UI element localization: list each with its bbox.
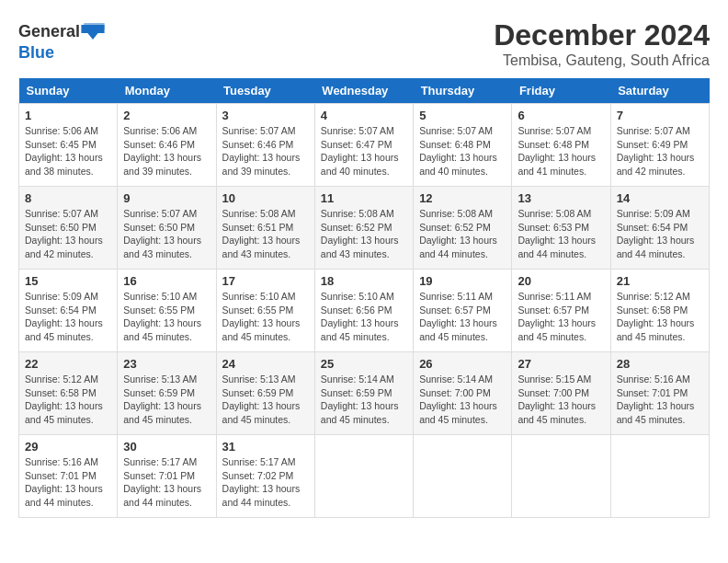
day-info: Sunrise: 5:07 AMSunset: 6:48 PMDaylight:… <box>419 125 497 177</box>
table-row: 1 Sunrise: 5:06 AMSunset: 6:45 PMDayligh… <box>19 104 118 187</box>
day-info: Sunrise: 5:08 AMSunset: 6:52 PMDaylight:… <box>321 208 399 259</box>
day-number: 1 <box>25 109 111 122</box>
calendar-table: Sunday Monday Tuesday Wednesday Thursday… <box>18 78 710 518</box>
day-info: Sunrise: 5:07 AMSunset: 6:50 PMDaylight:… <box>123 208 201 259</box>
table-row <box>314 435 413 518</box>
day-info: Sunrise: 5:07 AMSunset: 6:50 PMDaylight:… <box>25 208 103 259</box>
day-number: 25 <box>321 357 407 371</box>
table-row: 8 Sunrise: 5:07 AMSunset: 6:50 PMDayligh… <box>19 187 118 270</box>
day-number: 8 <box>25 191 111 205</box>
table-row: 29 Sunrise: 5:16 AMSunset: 7:01 PMDaylig… <box>19 435 118 518</box>
table-row: 27 Sunrise: 5:15 AMSunset: 7:00 PMDaylig… <box>512 352 610 435</box>
table-row: 10 Sunrise: 5:08 AMSunset: 6:51 PMDaylig… <box>216 187 314 270</box>
table-row: 7 Sunrise: 5:07 AMSunset: 6:49 PMDayligh… <box>610 104 709 187</box>
day-number: 21 <box>617 274 703 288</box>
table-row: 9 Sunrise: 5:07 AMSunset: 6:50 PMDayligh… <box>118 187 216 270</box>
header-friday: Friday <box>512 78 610 104</box>
table-row: 22 Sunrise: 5:12 AMSunset: 6:58 PMDaylig… <box>19 352 118 435</box>
table-row: 4 Sunrise: 5:07 AMSunset: 6:47 PMDayligh… <box>314 104 413 187</box>
day-info: Sunrise: 5:09 AMSunset: 6:54 PMDaylight:… <box>25 291 103 342</box>
day-info: Sunrise: 5:08 AMSunset: 6:53 PMDaylight:… <box>518 208 596 259</box>
table-row: 21 Sunrise: 5:12 AMSunset: 6:58 PMDaylig… <box>610 270 709 352</box>
day-number: 18 <box>321 274 407 288</box>
header-tuesday: Tuesday <box>216 78 314 104</box>
day-info: Sunrise: 5:16 AMSunset: 7:01 PMDaylight:… <box>617 373 695 425</box>
day-number: 31 <box>222 440 309 454</box>
table-row: 6 Sunrise: 5:07 AMSunset: 6:48 PMDayligh… <box>512 104 610 187</box>
calendar-week-row: 29 Sunrise: 5:16 AMSunset: 7:01 PMDaylig… <box>19 435 710 518</box>
table-row: 20 Sunrise: 5:11 AMSunset: 6:57 PMDaylig… <box>512 270 610 352</box>
logo: General Blue <box>18 18 106 61</box>
table-row <box>512 435 610 518</box>
day-number: 23 <box>123 357 210 371</box>
table-row: 26 Sunrise: 5:14 AMSunset: 7:00 PMDaylig… <box>414 352 512 435</box>
day-number: 27 <box>518 357 604 371</box>
day-number: 29 <box>25 440 111 454</box>
table-row: 5 Sunrise: 5:07 AMSunset: 6:48 PMDayligh… <box>414 104 512 187</box>
day-info: Sunrise: 5:12 AMSunset: 6:58 PMDaylight:… <box>617 291 695 342</box>
day-info: Sunrise: 5:13 AMSunset: 6:59 PMDaylight:… <box>222 373 301 425</box>
table-row: 16 Sunrise: 5:10 AMSunset: 6:55 PMDaylig… <box>118 270 216 352</box>
day-number: 30 <box>123 440 210 454</box>
day-info: Sunrise: 5:07 AMSunset: 6:49 PMDaylight:… <box>617 125 695 177</box>
table-row: 2 Sunrise: 5:06 AMSunset: 6:46 PMDayligh… <box>118 104 216 187</box>
day-number: 5 <box>419 109 506 122</box>
day-info: Sunrise: 5:07 AMSunset: 6:46 PMDaylight:… <box>222 125 301 177</box>
day-number: 7 <box>617 109 703 122</box>
header-wednesday: Wednesday <box>314 78 413 104</box>
day-number: 10 <box>222 191 309 205</box>
day-number: 28 <box>617 357 703 371</box>
day-info: Sunrise: 5:14 AMSunset: 7:00 PMDaylight:… <box>419 373 497 425</box>
day-info: Sunrise: 5:10 AMSunset: 6:56 PMDaylight:… <box>321 291 399 342</box>
table-row: 23 Sunrise: 5:13 AMSunset: 6:59 PMDaylig… <box>118 352 216 435</box>
table-row: 15 Sunrise: 5:09 AMSunset: 6:54 PMDaylig… <box>19 270 118 352</box>
table-row: 3 Sunrise: 5:07 AMSunset: 6:46 PMDayligh… <box>216 104 314 187</box>
day-info: Sunrise: 5:13 AMSunset: 6:59 PMDaylight:… <box>123 373 201 425</box>
table-row: 25 Sunrise: 5:14 AMSunset: 6:59 PMDaylig… <box>314 352 413 435</box>
day-number: 16 <box>123 274 210 288</box>
table-row: 12 Sunrise: 5:08 AMSunset: 6:52 PMDaylig… <box>414 187 512 270</box>
calendar-week-row: 15 Sunrise: 5:09 AMSunset: 6:54 PMDaylig… <box>19 270 710 352</box>
day-number: 17 <box>222 274 309 288</box>
table-row: 28 Sunrise: 5:16 AMSunset: 7:01 PMDaylig… <box>610 352 709 435</box>
day-info: Sunrise: 5:06 AMSunset: 6:46 PMDaylight:… <box>123 125 201 177</box>
header-thursday: Thursday <box>414 78 512 104</box>
day-number: 20 <box>518 274 604 288</box>
day-number: 26 <box>419 357 506 371</box>
day-number: 11 <box>321 191 407 205</box>
day-info: Sunrise: 5:07 AMSunset: 6:47 PMDaylight:… <box>321 125 399 177</box>
table-row: 13 Sunrise: 5:08 AMSunset: 6:53 PMDaylig… <box>512 187 610 270</box>
table-row <box>610 435 709 518</box>
table-row: 14 Sunrise: 5:09 AMSunset: 6:54 PMDaylig… <box>610 187 709 270</box>
table-row: 18 Sunrise: 5:10 AMSunset: 6:56 PMDaylig… <box>314 270 413 352</box>
day-info: Sunrise: 5:11 AMSunset: 6:57 PMDaylight:… <box>419 291 497 342</box>
calendar-week-row: 22 Sunrise: 5:12 AMSunset: 6:58 PMDaylig… <box>19 352 710 435</box>
day-info: Sunrise: 5:08 AMSunset: 6:51 PMDaylight:… <box>222 208 301 259</box>
calendar-week-row: 8 Sunrise: 5:07 AMSunset: 6:50 PMDayligh… <box>19 187 710 270</box>
header-monday: Monday <box>118 78 216 104</box>
location-subtitle: Tembisa, Gauteng, South Africa <box>494 52 710 69</box>
day-number: 13 <box>518 191 604 205</box>
logo-blue: Blue <box>18 44 54 61</box>
day-number: 6 <box>518 109 604 122</box>
header-sunday: Sunday <box>19 78 118 104</box>
day-number: 2 <box>123 109 210 122</box>
day-info: Sunrise: 5:14 AMSunset: 6:59 PMDaylight:… <box>321 373 399 425</box>
day-number: 9 <box>123 191 210 205</box>
table-row: 30 Sunrise: 5:17 AMSunset: 7:01 PMDaylig… <box>118 435 216 518</box>
title-section: December 2024 Tembisa, Gauteng, South Af… <box>494 18 710 69</box>
day-info: Sunrise: 5:12 AMSunset: 6:58 PMDaylight:… <box>25 373 103 425</box>
logo-general: General <box>18 23 80 40</box>
day-info: Sunrise: 5:08 AMSunset: 6:52 PMDaylight:… <box>419 208 497 259</box>
day-number: 22 <box>25 357 111 371</box>
table-row: 24 Sunrise: 5:13 AMSunset: 6:59 PMDaylig… <box>216 352 314 435</box>
day-info: Sunrise: 5:16 AMSunset: 7:01 PMDaylight:… <box>25 456 103 508</box>
day-info: Sunrise: 5:09 AMSunset: 6:54 PMDaylight:… <box>617 208 695 259</box>
day-info: Sunrise: 5:10 AMSunset: 6:55 PMDaylight:… <box>222 291 301 342</box>
table-row: 19 Sunrise: 5:11 AMSunset: 6:57 PMDaylig… <box>414 270 512 352</box>
day-number: 4 <box>321 109 407 122</box>
table-row: 11 Sunrise: 5:08 AMSunset: 6:52 PMDaylig… <box>314 187 413 270</box>
day-info: Sunrise: 5:17 AMSunset: 7:02 PMDaylight:… <box>222 456 301 508</box>
day-number: 24 <box>222 357 309 371</box>
calendar-week-row: 1 Sunrise: 5:06 AMSunset: 6:45 PMDayligh… <box>19 104 710 187</box>
